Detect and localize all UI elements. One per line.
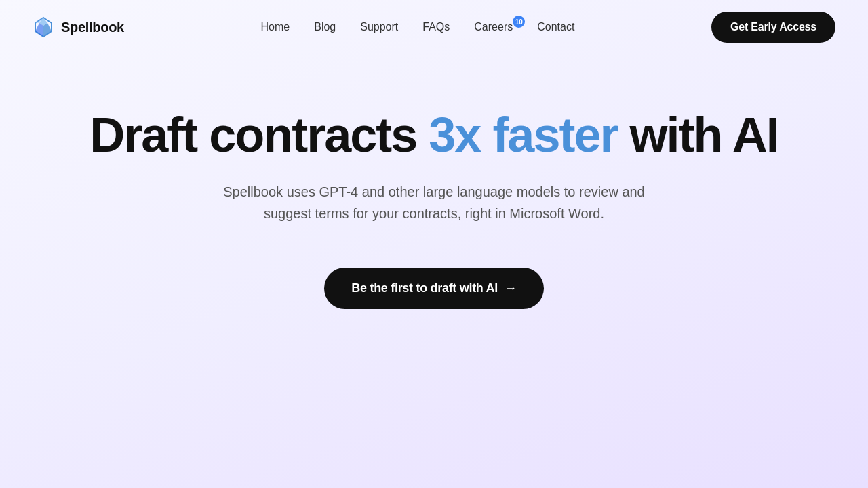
nav-link-blog[interactable]: Blog (314, 21, 336, 33)
logo[interactable]: Spellbook (33, 16, 124, 38)
logo-icon (33, 16, 54, 38)
hero-cta-button[interactable]: Be the first to draft with AI → (324, 268, 543, 309)
nav-link-support[interactable]: Support (360, 21, 398, 33)
nav-links: Home Blog Support FAQs Careers 10 Contac… (261, 21, 575, 33)
logo-text: Spellbook (61, 20, 124, 35)
nav-link-home[interactable]: Home (261, 21, 290, 33)
arrow-icon: → (505, 281, 517, 296)
careers-badge: 10 (513, 16, 525, 28)
nav-link-careers[interactable]: Careers (474, 21, 513, 33)
hero-cta-label: Be the first to draft with AI (351, 281, 498, 296)
hero-title-highlight1: 3x (429, 108, 492, 162)
nav-link-faqs[interactable]: FAQs (422, 21, 450, 33)
nav-link-contact[interactable]: Contact (537, 21, 574, 33)
hero-section: Draft contracts 3x faster with AI Spellb… (0, 54, 868, 309)
hero-title-highlight2: faster (492, 108, 617, 162)
hero-title-part2: with AI (618, 108, 778, 162)
hero-title-part1: Draft contracts (90, 108, 429, 162)
hero-subtitle: Spellbook uses GPT-4 and other large lan… (203, 181, 665, 224)
navbar: Spellbook Home Blog Support FAQs Careers… (0, 0, 868, 54)
get-early-access-button[interactable]: Get Early Access (711, 12, 835, 43)
hero-title: Draft contracts 3x faster with AI (90, 108, 778, 162)
nav-link-careers-wrapper[interactable]: Careers 10 (474, 21, 513, 33)
